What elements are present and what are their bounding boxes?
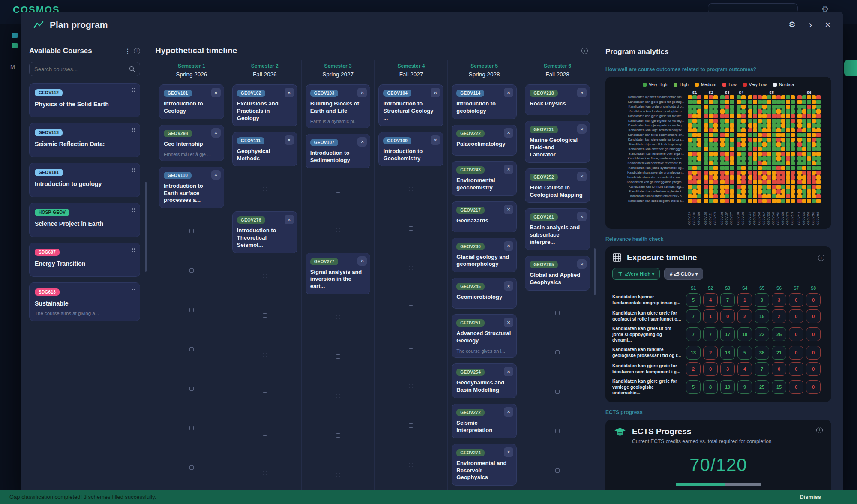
empty-slot[interactable] [306,213,371,247]
clo-count-filter-chip[interactable]: # ≥5 CLOs ▾ [664,268,703,280]
timeline-course-card[interactable]: GEOV254×Geodynamics and Basin Modelling [452,363,517,398]
empty-slot[interactable] [378,290,443,324]
info-icon[interactable]: i [134,48,140,54]
course-card[interactable]: GEOV181⠿Introduction to geology [29,163,140,197]
empty-slot[interactable] [378,172,443,206]
remove-course-icon[interactable]: × [285,88,294,97]
empty-slot[interactable] [232,456,297,490]
drag-handle-icon[interactable]: ⠿ [131,287,135,293]
remove-course-icon[interactable]: × [504,367,513,376]
relevance-filter-chip[interactable]: ≥Very High ▾ [612,268,660,280]
timeline-course-card[interactable]: GEOV231×Marine Geological Field-and Labo… [525,121,590,163]
empty-slot[interactable] [306,418,371,452]
timeline-scrollbar[interactable] [594,248,596,295]
timeline-course-card[interactable]: GEOV261×Basin analysis and subsurface in… [525,208,590,250]
empty-slot[interactable] [378,251,443,285]
empty-slot[interactable] [525,296,590,330]
timeline-course-card[interactable]: GEOV222×Palaeoclimatology [452,125,517,156]
ects-info-icon[interactable]: i [816,427,823,433]
remove-course-icon[interactable]: × [504,165,513,174]
timeline-info-icon[interactable]: i [581,48,588,54]
search-input[interactable] [34,66,129,72]
timeline-course-card[interactable]: GEOV230×Glacial geology and geomorpholog… [452,238,517,273]
empty-slot[interactable] [159,372,224,405]
timeline-course-card[interactable]: GEOV274×Environmental and Reservoir Geop… [452,444,517,486]
remove-course-icon[interactable]: × [504,241,513,251]
empty-slot[interactable] [232,298,297,332]
remove-course-icon[interactable]: × [431,135,440,145]
timeline-course-card[interactable]: GEOV101×Introduction to Geology [159,84,224,119]
drag-handle-icon[interactable]: ⠿ [131,87,135,94]
timeline-course-card[interactable]: GEOV217×Geohazards [452,201,517,232]
remove-course-icon[interactable]: × [577,259,587,269]
empty-slot[interactable] [306,458,371,492]
empty-slot[interactable] [525,375,590,409]
remove-course-icon[interactable]: × [504,205,513,214]
drag-handle-icon[interactable]: ⠿ [131,247,135,253]
timeline-course-card[interactable]: GEOV272×Seismic Interpretation [452,404,517,438]
empty-slot[interactable] [306,300,371,334]
empty-slot[interactable] [525,414,590,448]
empty-slot[interactable] [159,450,224,484]
timeline-course-card[interactable]: GEOV103×Building Blocks of Earth and Lif… [306,84,371,128]
drag-handle-icon[interactable]: ⠿ [131,167,135,174]
remove-course-icon[interactable]: × [504,407,513,417]
empty-slot[interactable] [306,174,371,208]
course-card[interactable]: GEOV113⠿Seismic Reflection Data: [29,123,140,157]
empty-slot[interactable] [378,211,443,245]
remove-course-icon[interactable]: × [504,318,513,327]
remove-course-icon[interactable]: × [211,88,221,97]
timeline-course-card[interactable]: GEOV265×Global and Applied Geophysics [525,256,590,291]
course-search[interactable] [29,62,140,76]
empty-slot[interactable] [232,417,297,450]
timeline-course-card[interactable]: GEOV104×Introduction to Structural Geolo… [378,84,443,126]
empty-slot[interactable] [232,172,297,206]
course-card[interactable]: SDG613⠿SustainableThe course aims at giv… [29,282,140,321]
timeline-course-card[interactable]: GEOV109×Introduction to Geochemistry [378,132,443,167]
remove-course-icon[interactable]: × [504,88,513,97]
chevron-right-icon[interactable]: › [809,19,812,31]
exposure-info-icon[interactable]: i [818,255,824,261]
empty-slot[interactable] [525,454,590,488]
empty-slot[interactable] [232,338,297,372]
empty-slot[interactable] [232,377,297,411]
remove-course-icon[interactable]: × [357,137,367,147]
timeline-course-card[interactable]: GEOV110×Introduction to Earth surface pr… [159,167,224,209]
empty-slot[interactable] [306,379,371,413]
remove-course-icon[interactable]: × [504,128,513,138]
sidebar-scrollbar[interactable] [145,182,147,272]
remove-course-icon[interactable]: × [577,124,587,134]
remove-course-icon[interactable]: × [431,88,440,97]
timeline-course-card[interactable]: GEOV114×Introduction to geobiology [452,84,517,119]
empty-slot[interactable] [159,293,224,327]
drag-handle-icon[interactable]: ⠿ [131,127,135,134]
toast-dismiss-button[interactable]: Dismiss [800,494,821,500]
remove-course-icon[interactable]: × [357,88,367,97]
empty-slot[interactable] [159,411,224,445]
empty-slot[interactable] [378,408,443,442]
timeline-course-card[interactable]: GEOV298×Geo InternshipEmnets mål er å gj… [159,125,224,161]
empty-slot[interactable] [159,214,224,248]
remove-course-icon[interactable]: × [577,212,587,221]
settings-gear-icon[interactable]: ⚙ [788,20,796,30]
remove-course-icon[interactable]: × [577,88,587,97]
remove-course-icon[interactable]: × [504,281,513,291]
remove-course-icon[interactable]: × [211,170,221,180]
timeline-course-card[interactable]: GEOV277×Signal analysis and inversion in… [306,253,371,295]
empty-slot[interactable] [306,339,371,373]
course-card[interactable]: HOSP-GEOV⠿Science Project in Earth [29,203,140,237]
timeline-course-card[interactable]: GEOV252×Field Course in Geological Mappi… [525,168,590,203]
remove-course-icon[interactable]: × [285,135,294,145]
empty-slot[interactable] [159,253,224,287]
timeline-course-card[interactable]: GEOV102×Excursions and Practicals in Geo… [232,84,297,126]
course-card[interactable]: SDG607⠿Energy Transition [29,243,140,277]
empty-slot[interactable] [378,369,443,403]
timeline-course-card[interactable]: GEOV218×Rock Physics [525,84,590,115]
background-add-button[interactable] [844,60,857,76]
remove-course-icon[interactable]: × [357,256,367,266]
empty-slot[interactable] [378,330,443,363]
timeline-course-card[interactable]: GEOV245×Geomicrobiology [452,278,517,309]
timeline-course-card[interactable]: GEOV243×Environmental geochemistry [452,161,517,196]
close-icon[interactable]: × [825,19,830,30]
empty-slot[interactable] [232,259,297,293]
